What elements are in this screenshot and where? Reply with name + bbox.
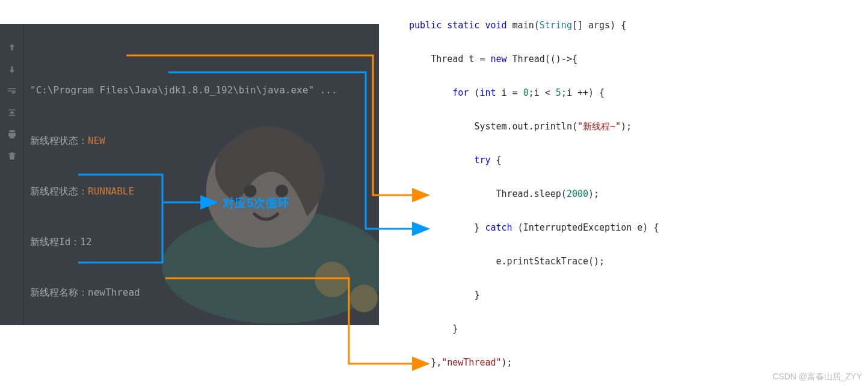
console-line-new: 新线程状态：NEW xyxy=(30,132,373,149)
state-new-label: 新线程状态： xyxy=(30,135,88,146)
console-gutter xyxy=(0,24,24,325)
code-line-3: for (int i = 0;i < 5;i ++) { xyxy=(409,84,789,101)
code-line-10: } xyxy=(409,320,789,337)
console-cmd: "C:\Program Files\Java\jdk1.8.0_192\bin\… xyxy=(30,84,337,96)
state-runnable-label: 新线程状态： xyxy=(30,185,88,197)
name-value: newThread xyxy=(88,287,140,298)
code-line-4: System.out.println("新线程~"); xyxy=(409,118,789,135)
state-new-value: NEW xyxy=(88,135,105,146)
arrow-up-icon[interactable] xyxy=(5,42,19,53)
name-label: 新线程名称： xyxy=(30,287,88,298)
console-cmd-line: "C:\Program Files\Java\jdk1.8.0_192\bin\… xyxy=(30,82,373,99)
code-line-1: public static void main(String[] args) { xyxy=(409,17,789,34)
svg-point-0 xyxy=(162,210,379,324)
console-panel: "C:\Program Files\Java\jdk1.8.0_192\bin\… xyxy=(0,24,379,325)
trash-icon[interactable] xyxy=(5,151,19,161)
code-line-6: Thread.sleep(2000); xyxy=(409,185,789,202)
id-value: 12 xyxy=(80,236,91,247)
code-line-8: e.printStackTrace(); xyxy=(409,253,789,270)
state-runnable-value: RUNNABLE xyxy=(88,185,134,197)
arrow-down-icon[interactable] xyxy=(5,64,19,75)
console-output[interactable]: "C:\Program Files\Java\jdk1.8.0_192\bin\… xyxy=(24,24,379,325)
watermark: CSDN @富春山居_ZYY xyxy=(772,372,862,382)
scroll-to-end-icon[interactable] xyxy=(5,107,19,118)
code-line-9: } xyxy=(409,287,789,304)
console-line-name: 新线程名称：newThread xyxy=(30,284,373,301)
loop-annotation-label: 对应5次循环 xyxy=(223,195,289,211)
code-editor[interactable]: public static void main(String[] args) {… xyxy=(409,0,789,386)
code-line-11: },"newThread"); xyxy=(409,354,789,371)
print-icon[interactable] xyxy=(5,129,19,140)
console-line-id: 新线程Id：12 xyxy=(30,234,373,251)
id-label: 新线程Id： xyxy=(30,236,80,247)
console-line-runnable: 新线程状态：RUNNABLE xyxy=(30,183,373,200)
code-line-7: } catch (InterruptedException e) { xyxy=(409,219,789,236)
wrap-icon[interactable] xyxy=(5,86,19,96)
code-line-2: Thread t = new Thread(()->{ xyxy=(409,51,789,67)
code-line-5: try { xyxy=(409,152,789,169)
